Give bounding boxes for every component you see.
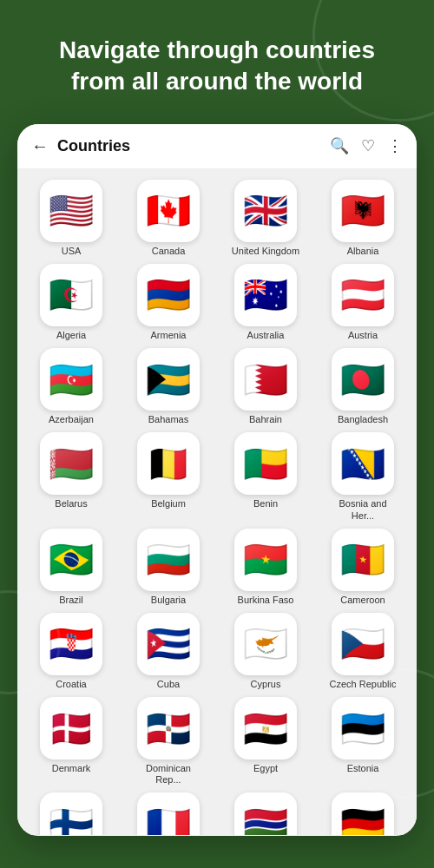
phone-frame: ← Countries 🔍 ♡ ⋮ 🇺🇸USA🇨🇦Canada🇬🇧United … xyxy=(17,124,417,836)
country-name: Estonia xyxy=(347,763,379,774)
flag-icon: 🇬🇲 xyxy=(234,792,297,834)
flag-icon: 🇨🇾 xyxy=(234,613,297,675)
country-name: Bulgaria xyxy=(151,595,186,606)
country-item[interactable]: 🇦🇿Azerbaijan xyxy=(26,348,116,425)
flag-icon: 🇨🇦 xyxy=(137,180,200,242)
country-name: Egypt xyxy=(253,763,278,774)
country-name: Belgium xyxy=(151,498,186,510)
country-name: Azerbaijan xyxy=(49,414,94,425)
country-item[interactable]: 🇬🇧United Kingdom xyxy=(220,180,311,257)
country-item[interactable]: 🇪🇬Egypt xyxy=(220,697,311,786)
country-item[interactable]: 🇩🇴Dominican Rep... xyxy=(123,697,214,786)
country-name: Cuba xyxy=(157,679,180,690)
country-name: Croatia xyxy=(56,679,86,690)
flag-icon: 🇦🇹 xyxy=(332,264,394,326)
flag-icon: 🇦🇱 xyxy=(332,180,394,242)
country-item[interactable]: 🇧🇯Benin xyxy=(220,432,311,521)
flag-icon: 🇦🇲 xyxy=(137,264,200,326)
country-item[interactable]: 🇺🇸USA xyxy=(26,180,116,257)
country-item[interactable]: 🇧🇦Bosnia and Her... xyxy=(318,432,408,521)
country-item[interactable]: 🇩🇿Algeria xyxy=(26,264,116,341)
country-item[interactable]: 🇨🇲Cameroon xyxy=(318,529,408,606)
flag-icon: 🇬🇧 xyxy=(234,180,297,242)
country-name: Burkina Faso xyxy=(238,595,294,606)
flag-icon: 🇧🇪 xyxy=(137,432,200,495)
flag-icon: 🇧🇷 xyxy=(40,529,102,591)
back-button[interactable]: ← xyxy=(31,136,49,156)
country-name: Bangladesh xyxy=(338,414,388,425)
flag-icon: 🇫🇷 xyxy=(137,792,200,834)
header-title: Navigate through countriesfrom all aroun… xyxy=(26,35,408,98)
flag-icon: 🇧🇫 xyxy=(234,529,297,591)
search-icon[interactable]: 🔍 xyxy=(330,136,349,155)
country-name: Bosnia and Her... xyxy=(328,498,398,521)
flag-icon: 🇧🇯 xyxy=(234,432,297,495)
country-item[interactable]: 🇨🇾Cyprus xyxy=(220,613,311,690)
flag-icon: 🇧🇾 xyxy=(40,432,102,495)
country-item[interactable]: 🇨🇺Cuba xyxy=(123,613,214,690)
country-name: United Kingdom xyxy=(232,246,299,257)
flag-icon: 🇨🇿 xyxy=(332,613,394,675)
country-item[interactable]: 🇩🇪G... xyxy=(318,792,408,834)
country-item[interactable]: 🇧🇩Bangladesh xyxy=(318,348,408,425)
flag-icon: 🇧🇸 xyxy=(137,348,200,411)
country-item[interactable]: 🇪🇪Estonia xyxy=(318,697,408,786)
page-header: Navigate through countriesfrom all aroun… xyxy=(0,0,434,115)
flag-icon: 🇩🇿 xyxy=(40,264,102,326)
country-name: Belarus xyxy=(55,498,87,510)
flag-icon: 🇪🇪 xyxy=(332,697,394,760)
more-icon[interactable]: ⋮ xyxy=(387,136,403,155)
country-name: Brazil xyxy=(59,595,83,606)
flag-icon: 🇨🇲 xyxy=(332,529,394,591)
flag-icon: 🇧🇦 xyxy=(332,432,394,495)
country-name: Armenia xyxy=(151,330,187,341)
country-item[interactable]: 🇧🇸Bahamas xyxy=(123,348,214,425)
country-item[interactable]: 🇧🇭Bahrain xyxy=(220,348,311,425)
country-name: Austria xyxy=(348,330,378,341)
flag-icon: 🇪🇬 xyxy=(234,697,297,760)
country-item[interactable]: 🇬🇲Gambia xyxy=(220,792,311,834)
header-actions: 🔍 ♡ ⋮ xyxy=(330,136,403,155)
flag-icon: 🇧🇬 xyxy=(137,529,200,591)
country-item[interactable]: 🇦🇺Australia xyxy=(220,264,311,341)
countries-container: 🇺🇸USA🇨🇦Canada🇬🇧United Kingdom🇦🇱Albania🇩🇿… xyxy=(26,180,408,835)
country-item[interactable]: 🇨🇦Canada xyxy=(123,180,214,257)
countries-grid: 🇺🇸USA🇨🇦Canada🇬🇧United Kingdom🇦🇱Albania🇩🇿… xyxy=(17,169,417,835)
country-name: Czech Republic xyxy=(329,679,396,690)
country-name: Benin xyxy=(253,498,278,510)
flag-icon: 🇩🇰 xyxy=(40,697,102,760)
country-item[interactable]: 🇧🇫Burkina Faso xyxy=(220,529,311,606)
country-item[interactable]: 🇦🇲Armenia xyxy=(123,264,214,341)
country-name: Canada xyxy=(152,246,186,257)
country-item[interactable]: 🇦🇱Albania xyxy=(318,180,408,257)
country-name: Cameroon xyxy=(340,595,385,606)
country-item[interactable]: 🇩🇰Denmark xyxy=(26,697,116,786)
flag-icon: 🇧🇭 xyxy=(234,348,297,411)
country-name: Algeria xyxy=(56,330,86,341)
flag-icon: 🇫🇮 xyxy=(40,792,102,834)
country-item[interactable]: 🇦🇹Austria xyxy=(318,264,408,341)
country-item[interactable]: 🇫🇷France xyxy=(123,792,214,834)
flag-icon: 🇺🇸 xyxy=(40,180,102,242)
favorite-icon[interactable]: ♡ xyxy=(361,136,375,155)
country-item[interactable]: 🇧🇷Brazil xyxy=(26,529,116,606)
country-item[interactable]: 🇧🇾Belarus xyxy=(26,432,116,521)
flag-icon: 🇧🇩 xyxy=(332,348,394,411)
country-item[interactable]: 🇧🇪Belgium xyxy=(123,432,214,521)
flag-icon: 🇦🇺 xyxy=(234,264,297,326)
flag-icon: 🇩🇴 xyxy=(137,697,200,760)
country-item[interactable]: 🇭🇷Croatia xyxy=(26,613,116,690)
flag-icon: 🇦🇿 xyxy=(40,348,102,411)
country-item[interactable]: 🇧🇬Bulgaria xyxy=(123,529,214,606)
country-name: Dominican Rep... xyxy=(134,763,203,786)
country-name: Bahrain xyxy=(249,414,282,425)
country-item[interactable]: 🇫🇮Finland xyxy=(26,792,116,834)
country-name: Albania xyxy=(347,246,379,257)
country-name: USA xyxy=(62,246,82,257)
country-name: Australia xyxy=(247,330,285,341)
country-item[interactable]: 🇨🇿Czech Republic xyxy=(318,613,408,690)
flag-icon: 🇨🇺 xyxy=(137,613,200,675)
flag-icon: 🇭🇷 xyxy=(40,613,102,675)
country-name: Denmark xyxy=(52,763,91,774)
country-name: Cyprus xyxy=(251,679,281,690)
